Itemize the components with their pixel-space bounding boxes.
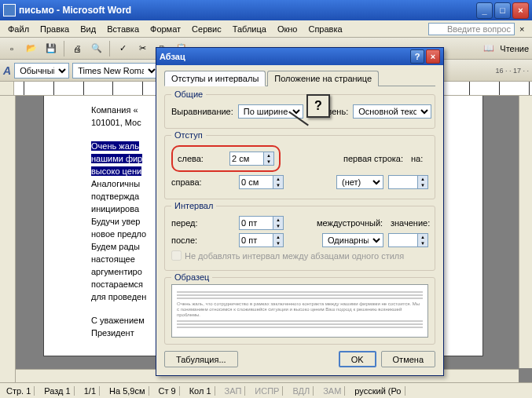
level-select[interactable]: Основной текст bbox=[353, 104, 431, 119]
minimize-button[interactable]: _ bbox=[476, 2, 493, 19]
cancel-button[interactable]: Отмена bbox=[381, 351, 435, 367]
menu-edit[interactable]: Правка bbox=[35, 23, 74, 35]
indent-left-label: слева: bbox=[178, 154, 225, 163]
linespace-at-label: значение: bbox=[391, 218, 428, 228]
indent-right-input[interactable] bbox=[239, 175, 273, 189]
ok-button[interactable]: OK bbox=[339, 351, 376, 367]
annotation-callout: ? bbox=[306, 94, 330, 118]
read-mode-icon[interactable]: 📖 bbox=[480, 40, 497, 57]
indent-right-spinner[interactable]: ▲▼ bbox=[239, 175, 284, 189]
indent-left-input[interactable] bbox=[229, 152, 264, 166]
read-label[interactable]: Чтение bbox=[500, 44, 529, 53]
menu-window[interactable]: Окно bbox=[273, 23, 303, 35]
menu-help[interactable]: Справка bbox=[303, 23, 347, 35]
spin-up-icon[interactable]: ▲ bbox=[264, 152, 273, 159]
dialog-tabs: Отступы и интервалы Положение на страниц… bbox=[164, 70, 435, 86]
firstline-by-label: на: bbox=[411, 154, 428, 163]
ruler-right: 16 · · 17 · · bbox=[495, 67, 529, 75]
no-space-checkbox bbox=[171, 250, 182, 261]
dialog-help-button[interactable]: ? bbox=[410, 49, 424, 64]
space-after-label: после: bbox=[171, 236, 234, 245]
firstline-select[interactable]: (нет) bbox=[336, 175, 383, 189]
spin-down-icon[interactable]: ▼ bbox=[264, 159, 273, 165]
status-col: Кол 1 bbox=[186, 386, 215, 396]
dialog-title: Абзац bbox=[160, 52, 409, 61]
status-line: Ст 9 bbox=[156, 386, 180, 396]
firstline-label: первая строка: bbox=[343, 154, 406, 163]
status-ovr: ЗАМ bbox=[320, 386, 345, 396]
paragraph-dialog: Абзац ? × Отступы и интервалы Положение … bbox=[156, 47, 444, 376]
alignment-select[interactable]: По ширине bbox=[238, 104, 303, 119]
indent-right-label: справа: bbox=[171, 177, 234, 187]
linespace-at-spinner[interactable]: ▲▼ bbox=[388, 233, 428, 247]
firstline-by-input[interactable] bbox=[388, 175, 418, 189]
word-icon bbox=[3, 4, 16, 16]
status-ext: ВДЛ bbox=[289, 386, 314, 396]
space-before-input[interactable] bbox=[239, 216, 273, 230]
vertical-ruler[interactable] bbox=[0, 96, 16, 382]
question-mark-icon: ? bbox=[306, 94, 330, 118]
group-spacing: Интервал перед: ▲▼ междустрочный: значен… bbox=[164, 206, 435, 271]
close-button[interactable]: × bbox=[512, 2, 529, 19]
left-indent-highlight: слева: ▲▼ bbox=[171, 145, 281, 172]
styles-icon[interactable]: A bbox=[3, 64, 11, 77]
dialog-titlebar[interactable]: Абзац ? × bbox=[156, 48, 443, 65]
status-at: На 5,9см bbox=[106, 386, 149, 396]
save-icon[interactable]: 💾 bbox=[42, 40, 60, 57]
preview-icon[interactable]: 🔍 bbox=[88, 40, 105, 57]
space-after-spinner[interactable]: ▲▼ bbox=[239, 233, 284, 247]
tab-position[interactable]: Положение на странице bbox=[267, 71, 379, 86]
open-icon[interactable]: 📂 bbox=[23, 40, 40, 57]
status-page: Стр. 1 bbox=[3, 386, 35, 396]
linespace-select[interactable]: Одинарный bbox=[322, 233, 383, 247]
help-search-box[interactable]: Введите вопрос bbox=[428, 23, 515, 35]
menu-bar: Файл Правка Вид Вставка Формат Сервис Та… bbox=[0, 20, 532, 38]
group-general: Общие Выравнивание: По ширине Уровень: О… bbox=[164, 94, 435, 129]
linespace-label: междустрочный: bbox=[317, 218, 386, 228]
selected-text: высоко цени bbox=[91, 166, 141, 176]
menu-file[interactable]: Файл bbox=[3, 23, 34, 35]
linespace-at-input[interactable] bbox=[388, 233, 418, 247]
print-icon[interactable]: 🖨 bbox=[68, 40, 86, 57]
spellcheck-icon[interactable]: ✓ bbox=[114, 40, 131, 57]
menu-tools[interactable]: Сервис bbox=[187, 23, 226, 35]
menu-table[interactable]: Таблица bbox=[228, 23, 271, 35]
selected-text: нашими фир bbox=[91, 154, 142, 163]
new-doc-icon[interactable]: ▫ bbox=[3, 40, 20, 57]
tab-indents[interactable]: Отступы и интервалы bbox=[164, 71, 266, 86]
menu-insert[interactable]: Вставка bbox=[102, 23, 144, 35]
firstline-by-spinner[interactable]: ▲▼ bbox=[388, 175, 428, 189]
status-lang[interactable]: русский (Ро bbox=[351, 386, 405, 396]
alignment-label: Выравнивание: bbox=[171, 107, 233, 116]
status-bar: Стр. 1 Разд 1 1/1 На 5,9см Ст 9 Кол 1 ЗА… bbox=[0, 382, 532, 398]
no-space-label: Не добавлять интервал между абзацами одн… bbox=[185, 251, 404, 261]
sample-preview: Очень жаль, что сотрудничество в рамках … bbox=[171, 284, 428, 338]
group-indent: Отступ слева: ▲▼ первая строка: на: спра… bbox=[164, 135, 435, 199]
selected-text: Очень жаль bbox=[91, 141, 139, 151]
space-before-spinner[interactable]: ▲▼ bbox=[239, 216, 284, 230]
space-before-label: перед: bbox=[171, 218, 234, 228]
menu-format[interactable]: Формат bbox=[145, 23, 185, 35]
status-pages: 1/1 bbox=[81, 386, 100, 396]
window-title: письмо - Microsoft Word bbox=[19, 5, 476, 16]
vertical-scrollbar[interactable] bbox=[519, 96, 532, 368]
space-after-input[interactable] bbox=[239, 233, 273, 247]
status-section: Разд 1 bbox=[41, 386, 74, 396]
main-titlebar: письмо - Microsoft Word _ □ × bbox=[0, 0, 532, 20]
status-rec: ЗАП bbox=[222, 386, 246, 396]
status-fix: ИСПР bbox=[251, 386, 283, 396]
cut-icon[interactable]: ✂ bbox=[134, 40, 151, 57]
maximize-button[interactable]: □ bbox=[494, 2, 511, 19]
menu-view[interactable]: Вид bbox=[75, 23, 101, 35]
group-sample: Образец Очень жаль, что сотрудничество в… bbox=[164, 277, 435, 345]
tabs-button[interactable]: Табуляция... bbox=[164, 351, 238, 367]
font-combo[interactable]: Times New Roman bbox=[72, 63, 159, 79]
doc-close-icon[interactable]: × bbox=[519, 24, 529, 34]
style-combo[interactable]: Обычный bbox=[14, 63, 69, 79]
dialog-close-button[interactable]: × bbox=[426, 49, 440, 64]
indent-left-spinner[interactable]: ▲▼ bbox=[229, 152, 274, 166]
